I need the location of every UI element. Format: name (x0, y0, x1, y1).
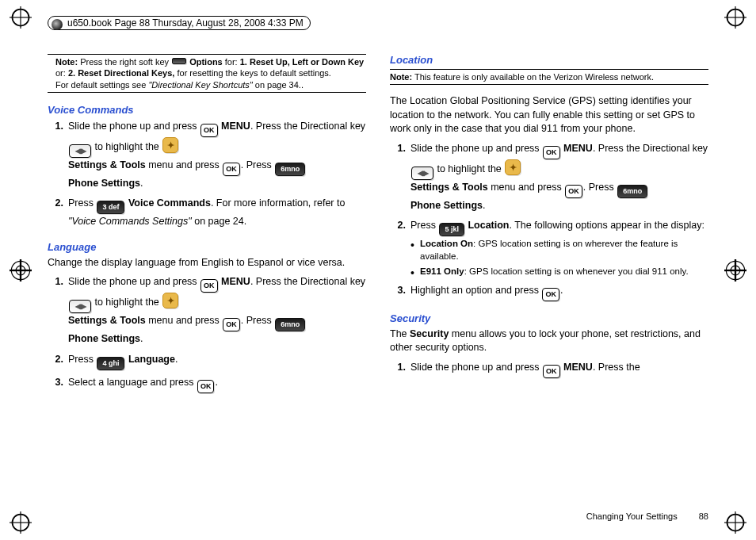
list-item: E911 Only: GPS location setting is on wh… (420, 266, 708, 278)
language-intro: Change the display language from English… (48, 256, 366, 270)
note-text: for: (223, 57, 240, 67)
reg-mark-icon (724, 259, 746, 281)
tools-icon (162, 293, 178, 308)
key-4-icon: 4 ghi (97, 357, 124, 370)
footer-section: Changing Your Settings (586, 511, 678, 521)
ok-key-icon: OK (223, 318, 240, 331)
key-5-icon: 5 jkl (439, 223, 464, 236)
note-box: Note: This feature is only available on … (390, 69, 708, 85)
security-intro: The Security menu allows you to lock you… (390, 327, 708, 355)
note-label: Note: (55, 57, 78, 67)
location-head: Location (390, 54, 708, 66)
list-item: Select a language and press OK. (68, 375, 366, 393)
security-head: Security (390, 312, 708, 324)
ok-key-icon: OK (543, 365, 560, 378)
reg-mark-icon (10, 511, 32, 534)
doc-header: u650.book Page 88 Thursday, August 28, 2… (48, 16, 311, 30)
key-6-icon: 6mno (275, 318, 305, 331)
key-3-icon: 3 def (97, 201, 124, 214)
list-item: Press 3 def Voice Commands. For more inf… (68, 196, 366, 229)
list-item: Press 4 ghi Language. (68, 352, 366, 370)
ok-key-icon: OK (200, 124, 218, 137)
dpad-icon (69, 144, 91, 158)
list-item: Slide the phone up and press OK MENU. Pr… (68, 274, 366, 347)
dpad-icon (411, 167, 433, 180)
list-item: Slide the phone up and press OK MENU. Pr… (68, 119, 366, 191)
location-intro: The Location Global Positioning Service … (390, 94, 708, 136)
ok-key-icon: OK (223, 163, 240, 176)
reg-mark-icon (724, 6, 746, 29)
list-item: Slide the phone up and press OK MENU. Pr… (410, 141, 708, 213)
ok-key-icon: OK (543, 146, 560, 159)
list-item: Press 5 jkl Location. The following opti… (410, 218, 708, 278)
note-label: Note: (390, 72, 412, 82)
ok-key-icon: OK (200, 279, 218, 293)
note-text: Options (187, 57, 223, 67)
key-6-icon: 6mno (275, 163, 305, 176)
note-text: "Directional Key Shortcuts" (148, 80, 252, 90)
dpad-icon (69, 300, 91, 313)
note-text: on page 34.. (253, 80, 304, 90)
reg-mark-icon (10, 259, 32, 281)
note-text: 1. Reset Up, Left or Down Key (240, 57, 364, 67)
note-text: for resetting the keys to default settin… (174, 68, 331, 78)
reg-mark-icon (10, 6, 32, 29)
footer: Changing Your Settings 88 (586, 511, 708, 521)
list-item: Highlight an option and press OK. (410, 283, 708, 301)
note-text: 2. Reset Directional Keys, (68, 68, 175, 78)
ok-key-icon: OK (197, 380, 215, 393)
voice-commands-head: Voice Commands (48, 104, 366, 116)
key-6-icon: 6mno (617, 185, 647, 198)
softkey-icon (172, 58, 186, 64)
list-item: Slide the phone up and press OK MENU. Pr… (410, 360, 708, 378)
reg-mark-icon (724, 511, 746, 534)
tools-icon (162, 137, 178, 153)
note-text: Press the right soft key (78, 57, 171, 67)
note-text: This feature is only available on the Ve… (412, 72, 654, 82)
page-number: 88 (699, 511, 708, 521)
note-box: Note: Press the right soft key Options f… (48, 54, 366, 93)
tools-icon (505, 159, 521, 175)
note-text: For default settings see (55, 80, 148, 90)
note-text: or: (55, 68, 68, 78)
language-head: Language (48, 241, 366, 253)
list-item: Location On: GPS location setting is on … (420, 238, 708, 262)
ok-key-icon: OK (565, 185, 582, 198)
ok-key-icon: OK (542, 288, 559, 301)
